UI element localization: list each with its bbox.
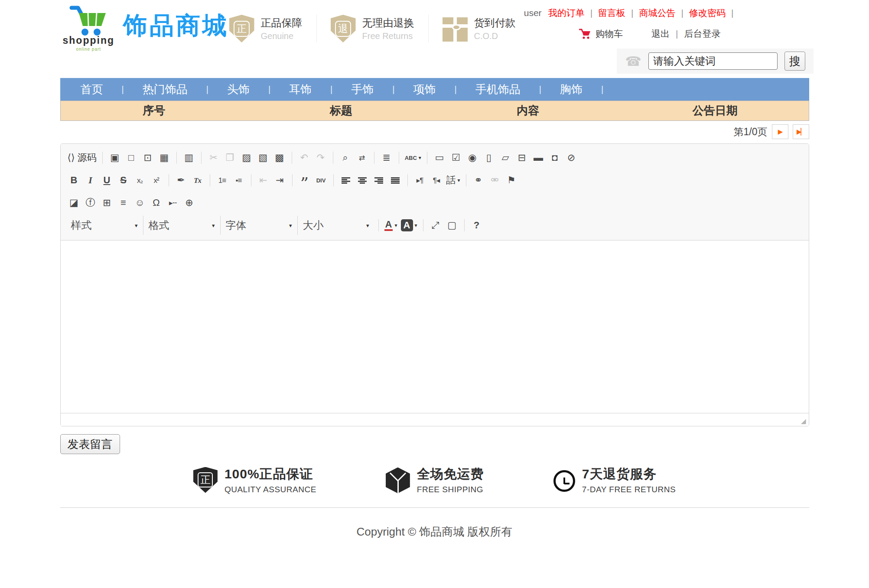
strikethrough-button[interactable]: S <box>115 171 132 189</box>
toolbar-separator <box>292 174 293 186</box>
bulleted-list-button[interactable]: •≡ <box>231 171 247 189</box>
nav-item-brooches[interactable]: 胸饰 <box>541 82 601 97</box>
change-password-link[interactable]: 修改密码 <box>689 7 726 19</box>
site-logo[interactable]: shopping online part 饰品商城 <box>63 3 229 52</box>
preview-button[interactable]: ⊡ <box>140 149 156 167</box>
copy-formatting-button[interactable]: ✒ <box>173 171 189 189</box>
search-button[interactable]: 搜 <box>784 52 805 71</box>
toolbar-icon: S <box>120 175 127 185</box>
smiley-button[interactable]: ☺ <box>132 194 148 212</box>
toolbar-icon: ▧ <box>258 153 267 162</box>
form-image-button[interactable]: ◘ <box>547 149 563 167</box>
undo-button[interactable]: ↶ <box>296 149 312 167</box>
numbered-list-button[interactable]: 1≡ <box>214 171 231 189</box>
spell-check-button[interactable]: ABC ▾ <box>403 149 423 167</box>
horizontal-rule-button[interactable]: ≡ <box>115 194 132 212</box>
form-button-button[interactable]: ▬ <box>530 149 547 167</box>
textarea-button[interactable]: ▱ <box>497 149 514 167</box>
link-button[interactable]: ⚭ <box>470 171 487 189</box>
div-container-button[interactable]: DIV <box>313 171 329 189</box>
templates-button[interactable]: ▥ <box>181 149 197 167</box>
align-center-button[interactable] <box>354 171 371 189</box>
outdent-button[interactable]: ⇤ <box>255 171 272 189</box>
iframe-button[interactable]: ⊕ <box>181 194 198 212</box>
notice-table-header: 序号标题内容公告日期 <box>60 101 809 121</box>
source-button[interactable]: ⟨⟩ 源码 <box>66 149 98 167</box>
align-justify-button[interactable] <box>387 171 404 189</box>
anchor-button[interactable]: ⚑ <box>503 171 520 189</box>
special-char-button[interactable]: Ω <box>148 194 165 212</box>
cut-button[interactable]: ✂ <box>205 149 222 167</box>
mall-notice-link[interactable]: 商城公告 <box>639 7 676 19</box>
page-container: shopping online part 饰品商城 正 正品保障 Genuine… <box>60 0 809 539</box>
size-combo[interactable]: 大小 ▾ <box>297 216 374 235</box>
text-direction-rtl-button[interactable]: ¶◂ <box>428 171 445 189</box>
nav-item-phone-accessories[interactable]: 手机饰品 <box>457 82 539 97</box>
align-left-button[interactable] <box>338 171 354 189</box>
subscript-button[interactable]: x₂ <box>132 171 148 189</box>
select-field-button[interactable]: ⊟ <box>514 149 530 167</box>
next-page-button[interactable]: ▶ <box>772 124 788 139</box>
new-page-button[interactable]: □ <box>123 149 140 167</box>
text-field-button[interactable]: ▯ <box>481 149 497 167</box>
show-blocks-button[interactable]: ▢ <box>444 216 460 234</box>
hidden-field-button[interactable]: ⊘ <box>563 149 579 167</box>
print-button[interactable]: ▦ <box>156 149 172 167</box>
copy-button[interactable]: ❐ <box>222 149 238 167</box>
select-all-button[interactable]: ≣ <box>378 149 395 167</box>
cart-link[interactable]: 购物车 <box>579 28 623 40</box>
post-message-button[interactable]: 发表留言 <box>60 434 120 454</box>
nav-item-hand-jewelry[interactable]: 手饰 <box>332 82 392 97</box>
resize-handle[interactable]: ◢ <box>801 417 806 425</box>
paste-from-word-button[interactable]: ▩ <box>271 149 288 167</box>
superscript-button[interactable]: x² <box>148 171 165 189</box>
table-button[interactable]: ⊞ <box>99 194 115 212</box>
insert-image-button[interactable]: ◪ <box>66 194 82 212</box>
toolbar-icon: ” <box>300 175 309 185</box>
nav-item-hot-jewelry[interactable]: 热门饰品 <box>124 82 206 97</box>
form-button[interactable]: ▭ <box>431 149 448 167</box>
toolbar-icon: ⚑ <box>507 175 516 185</box>
underline-button[interactable]: U <box>99 171 115 189</box>
nav-item-home[interactable]: 首页 <box>62 82 122 97</box>
message-board-link[interactable]: 留言板 <box>598 7 625 19</box>
my-orders-link[interactable]: 我的订单 <box>548 7 585 19</box>
radio-button[interactable]: ◉ <box>464 149 481 167</box>
format-combo[interactable]: 格式 ▾ <box>143 216 220 235</box>
last-page-button[interactable]: ▶▏ <box>793 124 809 139</box>
nav-item-earrings[interactable]: 耳饰 <box>270 82 330 97</box>
nav-item-necklaces[interactable]: 项饰 <box>395 82 455 97</box>
redo-button[interactable]: ↷ <box>312 149 329 167</box>
styles-combo[interactable]: 样式 ▾ <box>66 216 143 235</box>
checkbox-button[interactable]: ☑ <box>448 149 464 167</box>
blockquote-button[interactable]: ” <box>296 171 313 189</box>
toolbar-icon: ⚭ <box>474 175 482 185</box>
backend-login-link[interactable]: 后台登录 <box>684 28 721 40</box>
search-input[interactable] <box>648 52 778 70</box>
paste-button[interactable]: ▨ <box>238 149 255 167</box>
background-color-button[interactable]: A ▾ <box>399 216 419 234</box>
save-button[interactable]: ▣ <box>107 149 123 167</box>
text-direction-ltr-button[interactable]: ▸¶ <box>412 171 428 189</box>
indent-button[interactable]: ⇥ <box>272 171 288 189</box>
flash-button[interactable]: ⓕ <box>82 194 99 212</box>
maximize-button[interactable]: ⤢ <box>427 216 444 234</box>
page-break-button[interactable]: ▸╌ <box>165 194 181 212</box>
editor-content-area[interactable] <box>61 240 809 413</box>
about-button[interactable]: ? <box>469 216 485 234</box>
nav-item-hair-accessories[interactable]: 头饰 <box>208 82 268 97</box>
paste-as-text-button[interactable]: ▧ <box>255 149 271 167</box>
next-page-icon: ▶ <box>778 128 782 136</box>
link-separator: | <box>676 29 678 39</box>
bold-button[interactable]: B <box>66 171 82 189</box>
remove-format-button[interactable]: Tx <box>189 171 206 189</box>
replace-button[interactable]: ⇄ <box>354 149 370 167</box>
text-color-button[interactable]: A ▾ <box>383 216 399 234</box>
logout-link[interactable]: 退出 <box>651 28 670 40</box>
font-combo[interactable]: 字体 ▾ <box>220 216 297 235</box>
find-button[interactable]: ⌕ <box>337 149 354 167</box>
italic-button[interactable]: I <box>82 171 99 189</box>
align-right-button[interactable] <box>371 171 387 189</box>
unlink-button[interactable]: ⚮ <box>487 171 503 189</box>
language-button[interactable]: 話 ▾ <box>445 171 462 189</box>
